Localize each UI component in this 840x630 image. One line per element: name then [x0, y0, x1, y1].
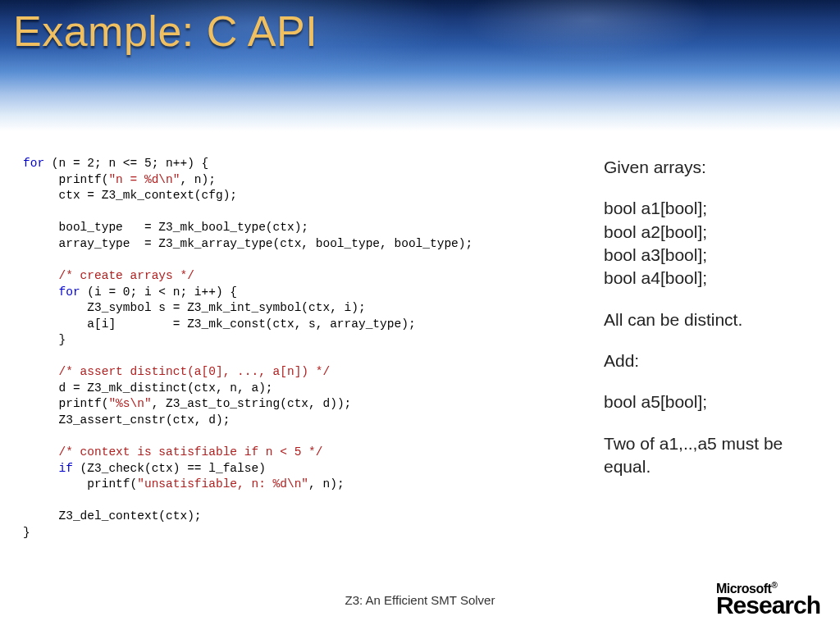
- code-text: [23, 494, 30, 507]
- code-text: ctx = Z3_mk_context(cfg);: [23, 189, 237, 202]
- string-literal: "%s\n": [108, 397, 151, 410]
- side-notes: Given arrays: bool a1[bool]; bool a2[boo…: [604, 156, 817, 558]
- code-text: (Z3_check(ctx) == l_false): [73, 462, 266, 475]
- code-text: , n);: [308, 477, 345, 491]
- code-text: printf(: [23, 477, 137, 491]
- slide-title: Example: C API: [13, 7, 317, 56]
- code-block: for (n = 2; n <= 5; n++) { printf("n = %…: [23, 156, 587, 558]
- code-text: Z3_symbol s = Z3_mk_int_symbol(ctx, i);: [23, 301, 366, 314]
- note-add: Add:: [604, 349, 817, 372]
- kw-if: if: [59, 462, 73, 475]
- code-text: [23, 430, 30, 443]
- code-text: }: [23, 526, 30, 539]
- code-text: }: [23, 333, 66, 346]
- comment: /* context is satisfiable if n < 5 */: [23, 445, 322, 459]
- code-text: bool_type = Z3_mk_bool_type(ctx);: [23, 221, 308, 234]
- note-given: Given arrays:: [604, 156, 817, 179]
- microsoft-research-logo: Microsoft® Research: [716, 582, 820, 615]
- note-equal: Two of a1,..,a5 must be equal.: [604, 432, 817, 479]
- note-distinct: All can be distinct.: [604, 308, 817, 331]
- code-text: (n = 2; n <= 5; n++) {: [44, 157, 208, 170]
- code-text: (i = 0; i < n; i++) {: [80, 285, 237, 299]
- code-text: , n);: [180, 173, 216, 186]
- code-text: array_type = Z3_mk_array_type(ctx, bool_…: [23, 237, 472, 250]
- code-text: Z3_assert_cnstr(ctx, d);: [23, 413, 230, 427]
- code-text: [23, 462, 59, 475]
- code-text: , Z3_ast_to_string(ctx, d));: [152, 397, 352, 410]
- code-text: [23, 253, 30, 266]
- slide-content: for (n = 2; n <= 5; n++) { printf("n = %…: [23, 156, 817, 558]
- code-text: d = Z3_mk_distinct(ctx, n, a);: [23, 381, 273, 395]
- kw-for: for: [59, 285, 80, 299]
- comment: /* create arrays */: [23, 269, 194, 282]
- code-text: printf(: [23, 397, 108, 410]
- slide-header: Example: C API: [0, 0, 840, 131]
- kw-for: for: [23, 157, 44, 170]
- code-text: [23, 205, 30, 218]
- code-text: printf(: [23, 173, 108, 186]
- code-text: [23, 285, 59, 299]
- code-text: Z3_del_context(ctx);: [23, 509, 202, 523]
- code-text: [23, 349, 30, 363]
- note-arrays: bool a1[bool]; bool a2[bool]; bool a3[bo…: [604, 197, 817, 290]
- comment: /* assert distinct(a[0], ..., a[n]) */: [23, 365, 330, 378]
- logo-research: Research: [716, 595, 820, 616]
- string-literal: "n = %d\n": [108, 173, 180, 186]
- note-a5: bool a5[bool];: [604, 390, 817, 413]
- string-literal: "unsatisfiable, n: %d\n": [137, 477, 308, 491]
- code-text: a[i] = Z3_mk_const(ctx, s, array_type);: [23, 317, 416, 331]
- footer-caption: Z3: An Efficient SMT Solver: [0, 593, 840, 607]
